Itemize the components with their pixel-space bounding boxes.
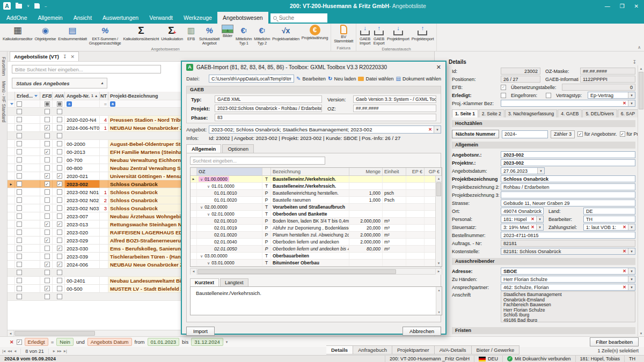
cell-erledigt[interactable] (15, 293, 40, 300)
details-tab[interactable]: 2. Seite 2 (479, 109, 504, 117)
zahlungsziel-select[interactable]: 1: laut VOB 1: ✕ ▾ (583, 224, 635, 231)
cell-erledigt[interactable] (15, 172, 40, 180)
datei-waehlen-button[interactable]: Datei wählen (358, 76, 393, 82)
projektbezeichnung2-field[interactable]: Rohbau / Erdarbeiten (501, 183, 635, 190)
cell-erledigt[interactable] (15, 108, 40, 115)
cell-angeb-nr[interactable] (65, 132, 100, 139)
position-row[interactable]: 02.01.0019 P Abfuhr zur Deponierung , Bo… (191, 225, 442, 232)
dock-tab[interactable]: Details (326, 345, 353, 354)
cell-angeb-nr[interactable]: 00-2401 (65, 277, 100, 284)
cell-ava[interactable] (53, 253, 65, 260)
filter-field-chip[interactable]: Angebots Datum (87, 338, 132, 346)
column-header-nt[interactable]: NT (100, 92, 108, 100)
cell-angeb-nr[interactable]: 2020-021 (65, 172, 100, 180)
position-row[interactable]: 01.01.0020 P Baustelle raeumen 1,000 Psc… (191, 197, 442, 204)
scrollbar-thumb[interactable] (436, 182, 441, 196)
column-header-menge[interactable]: Menge (349, 168, 383, 175)
cell-angeb-nr[interactable]: 2020-020-N4 (65, 116, 100, 123)
pager-fast-forward-icon[interactable]: ▸▸ (57, 349, 62, 353)
cell-ava[interactable] (53, 132, 65, 139)
pin-icon[interactable]: ↧ (63, 54, 67, 60)
cell-erledigt[interactable] (15, 261, 40, 268)
cell-erledigt[interactable] (15, 164, 40, 172)
remove-filter-icon[interactable]: ✕ (10, 339, 14, 345)
clear-icon[interactable]: ✕ (621, 269, 628, 274)
scroll-up-icon[interactable]: ▴ (638, 65, 644, 71)
cell-angeb-nr[interactable]: 00-500 (65, 285, 100, 292)
ribbon-button[interactable]: GAEB Import (358, 24, 372, 46)
cell-erledigt[interactable] (15, 253, 40, 260)
tab-addone[interactable]: AddOne (1, 12, 33, 24)
cell-angeb-nr[interactable]: 00-2000 (65, 140, 100, 147)
maximize-button[interactable]: ❐ (620, 3, 625, 9)
cell-ava[interactable] (53, 172, 65, 180)
chevron-down-icon[interactable]: ▾ (628, 224, 635, 230)
cell-angeb-nr[interactable]: 2023-002 N03 (65, 204, 100, 212)
pager-next-icon[interactable]: ▸ (53, 349, 55, 353)
ribbon-button[interactable]: Mittellohn Typ 2 (253, 24, 271, 46)
filter-value-chip[interactable]: Nein (56, 338, 74, 346)
cell-efb[interactable] (40, 220, 53, 228)
cell-efb[interactable] (40, 261, 53, 268)
group-by-button[interactable]: Status des Angebotes ▴ (12, 78, 107, 88)
cell-ava[interactable] (53, 293, 65, 300)
cell-efb[interactable] (40, 164, 53, 172)
scroll-up-icon[interactable]: ▴ (438, 287, 440, 293)
efb-checkbox[interactable] (501, 85, 506, 90)
cell-efb[interactable] (40, 196, 53, 204)
cell-ava[interactable] (53, 188, 65, 196)
edit-filter-button[interactable]: Filter bearbeiten (590, 337, 639, 346)
cell-ava[interactable] (53, 237, 65, 244)
naechste-nummer-input[interactable] (502, 130, 548, 138)
cell-angeb-nr[interactable]: 2023-030 (65, 245, 100, 252)
cell-angeb-nr[interactable]: 2023-039 (65, 253, 100, 260)
chevron-down-icon[interactable]: ∨ (27, 4, 30, 8)
cell-ava[interactable] (53, 245, 65, 252)
cell-efb[interactable] (40, 188, 53, 196)
position-row[interactable]: 01.01.0000 T Baustelleneinr./Verkehrssic… (191, 183, 442, 190)
erledigt-checkbox[interactable] (501, 93, 506, 98)
tab-allgemein[interactable]: Allgemein (33, 12, 68, 24)
cell-efb[interactable] (40, 204, 53, 212)
ribbon-button[interactable]: Bilder (221, 24, 235, 39)
cell-efb[interactable] (40, 116, 53, 123)
scroll-right-icon[interactable]: ▸ (435, 269, 442, 275)
cell-efb[interactable] (40, 212, 53, 220)
position-row[interactable]: 02.01.0010 P Boden lösen, laden BK 3/4 T… (191, 218, 442, 225)
column-header-oz[interactable]: OZ (197, 168, 262, 175)
cell-angeb-nr[interactable]: 2023-002 N02 (65, 196, 100, 204)
tab-werkzeuge[interactable]: Werkzeuge (178, 12, 217, 24)
cell-erledigt[interactable] (15, 212, 40, 220)
expand-arrow-icon[interactable] (200, 253, 203, 258)
tab-angebotsliste-vt[interactable]: Angebotsliste (VT) ↧ ✕ (10, 51, 79, 61)
ribbon-button[interactable]: Schlussblatt Angebot (198, 24, 221, 46)
cell-efb[interactable] (40, 108, 53, 115)
position-row[interactable]: 02.00.0000 T Vorarbeiten und Straßenaufb… (191, 204, 442, 211)
ribbon-search-input[interactable]: Suche (270, 13, 327, 23)
projektbezeichnung3-field[interactable] (501, 191, 635, 198)
cell-angeb-nr[interactable]: 2023-007 (65, 212, 100, 220)
pager-first-icon[interactable]: |◂ (2, 349, 5, 353)
cell-efb[interactable] (40, 140, 53, 147)
details-scrollbar[interactable]: ▴ ▾ (638, 65, 644, 336)
cancel-button[interactable]: Abbrechen (402, 327, 441, 336)
column-header-angeb-nr[interactable]: Angeb-Nr.1 ▲ (65, 92, 100, 100)
cell-erledigt[interactable] (15, 180, 40, 188)
cell-angeb-nr[interactable]: 2023-002 N01 (65, 188, 100, 196)
position-row[interactable]: 02.01.0040 P Oberboden liefern und andec… (191, 239, 442, 246)
cell-ava[interactable] (53, 212, 65, 220)
pager-last-icon[interactable]: ▸| (64, 349, 67, 353)
position-row[interactable]: 02.01.0050 P Oberboden liefern und andec… (191, 246, 442, 253)
clear-icon[interactable]: ✕ (621, 249, 628, 254)
tab-kurztext[interactable]: Kurztext (190, 278, 219, 286)
column-header-ava[interactable]: AVA (53, 92, 65, 100)
ribbon-button[interactable]: Kalkulationseditor (2, 24, 34, 42)
dock-tab[interactable]: Projektpartner (392, 345, 435, 354)
cell-angeb-nr[interactable]: 2023-013 (65, 220, 100, 228)
tab-auswertungen[interactable]: Auswertungen (97, 12, 144, 24)
dock-tab[interactable]: Anfragebuch (353, 345, 392, 354)
expand-arrow-icon[interactable] (207, 211, 210, 217)
ribbon-button[interactable]: Mittellohn Typ 1 (235, 24, 253, 46)
chevron-down-icon[interactable]: ▾ (628, 248, 635, 254)
close-icon[interactable]: ✕ (436, 64, 441, 71)
